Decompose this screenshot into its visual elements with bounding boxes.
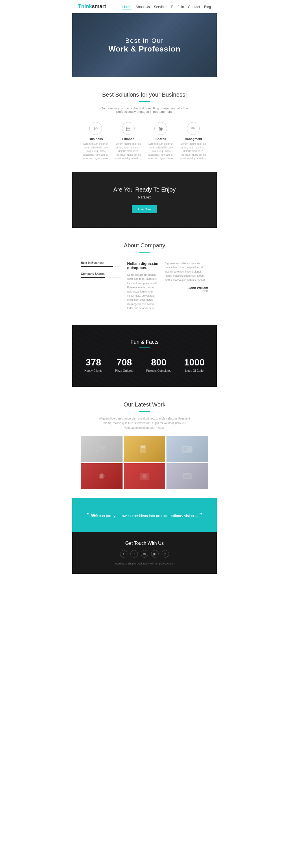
testimonial-we: We (91, 513, 98, 518)
fact-code-number: 1000 (184, 357, 205, 368)
work-item-6[interactable] (167, 463, 208, 489)
svg-rect-7 (183, 447, 187, 451)
nav-contact[interactable]: Contact (188, 4, 200, 9)
nav-menu: Home About Us Services Portfolio Contact… (122, 4, 211, 9)
bar-business-label: Best In Business (81, 261, 121, 265)
nav-blog[interactable]: Blog (204, 4, 211, 9)
nav-about[interactable]: About Us (136, 4, 150, 9)
work-item-3[interactable] (167, 436, 208, 462)
testimonial-quote: “ We can turn your awesome ideas into an… (84, 509, 205, 520)
solutions-heading: Best Solutions for your Business! (81, 91, 208, 98)
brand-smart: smart (92, 3, 106, 9)
social-pinterest[interactable]: p (161, 550, 169, 558)
parallex-subtext: Parallex (78, 195, 211, 199)
facts-divider (139, 347, 150, 348)
hero-content: Best In Our Work & Profession (108, 37, 180, 54)
navbar: Thinksmart Home About Us Services Portfo… (72, 0, 217, 13)
hero-line1: Best In Our (108, 37, 180, 44)
fact-clients-number: 378 (84, 357, 102, 368)
nav-services[interactable]: Services (154, 4, 167, 9)
fact-code: 1000 Lines Of Code (184, 357, 205, 372)
author-name: John William (165, 286, 208, 290)
feature-shares: ◉ Shares Lorem ipsum dolor sit amet, adi… (146, 122, 176, 160)
fact-pizza-number: 708 (115, 357, 134, 368)
about-content: Best In Business Company Shares Nullam d… (81, 261, 208, 310)
about-divider (139, 252, 150, 253)
feature-business-desc: Lorem ipsum dolor sit amet, adipi tulla … (81, 142, 111, 160)
business-icon: ⊘ (89, 122, 102, 135)
about-right-text: Dignissm convallis est quisque onfaucibu… (165, 261, 208, 310)
about-center-text: Nullam dignissim quisqubus. Nuncc ulputa… (127, 261, 159, 310)
work-subtitle: Aliquam libero nec, imperdiet, tincidunt… (98, 416, 191, 430)
fact-clients: 378 Happy Clients (84, 357, 102, 372)
svg-rect-13 (184, 475, 190, 478)
parallex-heading: Are You Ready To Enjoy (78, 186, 211, 193)
quote-open: “ (87, 511, 90, 519)
feature-shares-title: Shares (146, 137, 176, 141)
feature-management-title: Managment (179, 137, 208, 141)
work-item-bg-6 (167, 463, 208, 489)
work-item-4[interactable] (81, 463, 122, 489)
work-item-5[interactable] (124, 463, 165, 489)
social-facebook[interactable]: f (120, 550, 128, 558)
about-center-heading: Nullam dignissim quisqubus. (127, 261, 159, 270)
feature-management: ✏ Managment Lorem ipsum dolor sit amet, … (179, 122, 208, 160)
bar-shares-fill (81, 277, 105, 278)
solutions-section: Best Solutions for your Business! Our co… (72, 77, 217, 172)
feature-shares-desc: Lorem ipsum dolor sit amet, adipi tulla … (146, 142, 176, 160)
solutions-divider (139, 101, 150, 102)
facts-heading: Fun & Facts (78, 339, 211, 345)
about-heading: About Company (81, 242, 208, 249)
shares-icon: ◉ (154, 122, 167, 135)
parallex-section: Are You Ready To Enjoy Parallex Use Now (72, 172, 217, 228)
about-center-body: Nuncc ulputat elit tiquam libarc non rep… (127, 273, 159, 310)
about-author: John William CEO (165, 286, 208, 292)
solutions-subtitle: Our company is one of the first consulti… (98, 106, 191, 114)
bar-shares-label: Company Shares (81, 272, 121, 275)
feature-business-title: Business (81, 137, 111, 141)
work-item-bg-5 (124, 463, 165, 489)
bar-shares-track (81, 277, 121, 278)
svg-point-1 (99, 447, 100, 449)
about-bars: Best In Business Company Shares (81, 261, 121, 310)
quote-close: ” (199, 511, 202, 519)
feature-finance: ▤ Finance Lorem ipsum dolor sit amet, ad… (114, 122, 143, 160)
testimonial-text: can turn your awesome ideas into an extr… (98, 514, 198, 518)
testimonial-section: “ We can turn your awesome ideas into an… (72, 498, 217, 532)
feature-finance-desc: Lorem ipsum dolor sit amet, adipi tulla … (114, 142, 143, 160)
social-googleplus[interactable]: g+ (151, 550, 159, 558)
social-icons: f t in g+ p (78, 550, 211, 558)
fact-projects: 800 Projects Completed (146, 357, 171, 372)
footer-note: Wordpress Theme Designed With TemplatesT… (78, 562, 211, 565)
hero-line2: Work & Profession (108, 44, 180, 54)
management-icon: ✏ (187, 122, 200, 135)
fact-clients-label: Happy Clients (84, 369, 102, 372)
work-item-1[interactable] (81, 436, 122, 462)
svg-rect-9 (100, 474, 103, 478)
about-section: About Company Best In Business Company S… (72, 228, 217, 325)
work-grid (81, 436, 208, 489)
work-item-2[interactable] (124, 436, 165, 462)
finance-icon: ▤ (122, 122, 135, 135)
about-right-body: Dignissm convallis est quisque onfaucibu… (165, 261, 208, 282)
social-linkedin[interactable]: in (141, 550, 148, 558)
bar-business-fill (81, 266, 113, 267)
bar-shares: Company Shares (81, 272, 121, 278)
brand-logo[interactable]: Thinksmart (78, 3, 106, 9)
work-divider (139, 411, 150, 412)
fact-pizza: 708 Pizza Ordered (115, 357, 134, 372)
brand-think: Think (78, 3, 92, 9)
nav-home[interactable]: Home (122, 4, 132, 9)
svg-point-11 (142, 474, 147, 478)
fact-projects-number: 800 (146, 357, 171, 368)
social-twitter[interactable]: t (130, 550, 138, 558)
nav-portfolio[interactable]: Portfolio (171, 4, 184, 9)
feature-business: ⊘ Business Lorem ipsum dolor sit amet, a… (81, 122, 111, 160)
work-item-bg-1 (81, 436, 122, 462)
svg-rect-4 (141, 446, 145, 447)
work-item-bg-3 (167, 436, 208, 462)
use-now-button[interactable]: Use Now (132, 205, 157, 213)
facts-section: Fun & Facts 378 Happy Clients 708 Pizza … (72, 324, 217, 387)
feature-finance-title: Finance (114, 137, 143, 141)
facts-grid: 378 Happy Clients 708 Pizza Ordered 800 … (78, 357, 211, 372)
